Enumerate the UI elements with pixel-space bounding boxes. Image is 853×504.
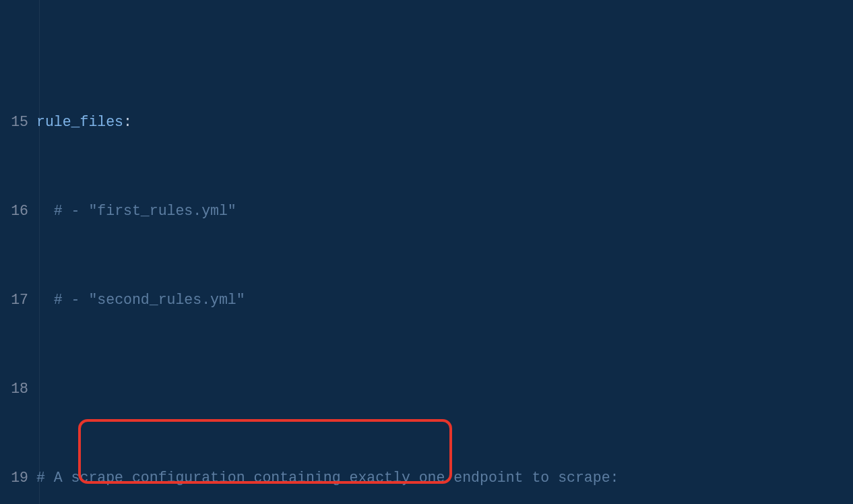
code-content[interactable]: # - "first_rules.yml": [36, 200, 853, 222]
indent-guide: [39, 0, 40, 504]
code-line[interactable]: 19 # A scrape configuration containing e…: [0, 467, 853, 489]
code-line[interactable]: 17 # - "second_rules.yml": [0, 289, 853, 311]
line-number: 16: [3, 200, 36, 222]
code-content[interactable]: rule_files:: [36, 111, 853, 133]
code-editor[interactable]: 15 rule_files: 16 # - "first_rules.yml" …: [0, 0, 853, 504]
code-content[interactable]: # A scrape configuration containing exac…: [36, 467, 853, 489]
line-number: 19: [3, 467, 36, 489]
code-content[interactable]: [36, 378, 853, 400]
code-content[interactable]: # - "second_rules.yml": [36, 289, 853, 311]
line-number: 15: [3, 111, 36, 133]
line-number: 18: [3, 378, 36, 400]
code-line[interactable]: 18: [0, 378, 853, 400]
line-number: 17: [3, 289, 36, 311]
code-line[interactable]: 15 rule_files:: [0, 111, 853, 133]
code-line[interactable]: 16 # - "first_rules.yml": [0, 200, 853, 222]
